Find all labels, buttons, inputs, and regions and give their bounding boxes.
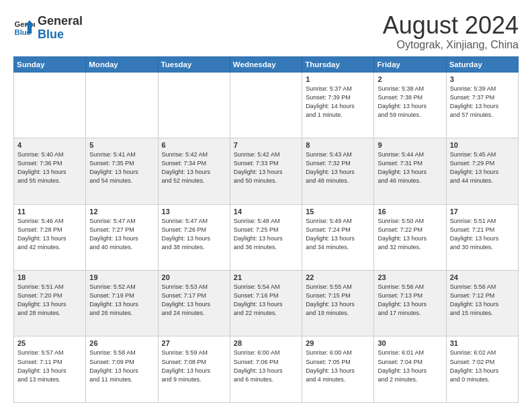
day-number: 13 [162, 208, 226, 216]
day-info: Sunrise: 6:00 AM Sunset: 7:05 PM Dayligh… [306, 349, 370, 383]
calendar-week-2: 4Sunrise: 5:40 AM Sunset: 7:36 PM Daylig… [14, 138, 519, 204]
page-header: General Blue General Blue August 2024 Oy… [13, 12, 519, 51]
day-number: 25 [17, 339, 82, 347]
table-row: 15Sunrise: 5:49 AM Sunset: 7:24 PM Dayli… [302, 204, 374, 270]
day-number: 5 [89, 141, 154, 149]
day-info: Sunrise: 5:56 AM Sunset: 7:12 PM Dayligh… [450, 283, 515, 318]
table-row: 8Sunrise: 5:43 AM Sunset: 7:32 PM Daylig… [302, 138, 374, 204]
day-number: 27 [162, 339, 226, 347]
table-row: 13Sunrise: 5:47 AM Sunset: 7:26 PM Dayli… [158, 204, 230, 270]
day-number: 4 [17, 141, 82, 149]
day-number: 8 [306, 141, 370, 149]
logo-text: General Blue [38, 15, 83, 42]
day-number: 2 [378, 75, 442, 83]
day-info: Sunrise: 5:59 AM Sunset: 7:08 PM Dayligh… [162, 349, 226, 383]
table-row [14, 72, 86, 138]
day-number: 23 [378, 273, 442, 281]
day-info: Sunrise: 5:44 AM Sunset: 7:31 PM Dayligh… [378, 150, 442, 185]
day-number: 11 [17, 208, 82, 216]
month-year: August 2024 [383, 12, 519, 39]
day-number: 29 [306, 339, 370, 347]
calendar-week-4: 18Sunrise: 5:51 AM Sunset: 7:20 PM Dayli… [14, 271, 519, 336]
table-row: 12Sunrise: 5:47 AM Sunset: 7:27 PM Dayli… [86, 204, 158, 270]
table-row [230, 72, 302, 138]
table-row: 21Sunrise: 5:54 AM Sunset: 7:16 PM Dayli… [230, 271, 302, 336]
table-row: 28Sunrise: 6:00 AM Sunset: 7:06 PM Dayli… [230, 336, 302, 403]
table-row: 5Sunrise: 5:41 AM Sunset: 7:35 PM Daylig… [86, 138, 158, 204]
day-info: Sunrise: 5:39 AM Sunset: 7:37 PM Dayligh… [450, 85, 515, 120]
table-row: 24Sunrise: 5:56 AM Sunset: 7:12 PM Dayli… [446, 271, 518, 336]
day-info: Sunrise: 5:52 AM Sunset: 7:19 PM Dayligh… [89, 283, 154, 318]
col-wednesday: Wednesday [230, 56, 302, 72]
col-saturday: Saturday [446, 56, 518, 72]
table-row: 4Sunrise: 5:40 AM Sunset: 7:36 PM Daylig… [14, 138, 86, 204]
calendar-week-3: 11Sunrise: 5:46 AM Sunset: 7:28 PM Dayli… [14, 204, 519, 270]
day-number: 15 [306, 208, 370, 216]
day-number: 20 [162, 273, 226, 281]
day-info: Sunrise: 5:38 AM Sunset: 7:38 PM Dayligh… [378, 85, 442, 120]
day-info: Sunrise: 5:54 AM Sunset: 7:16 PM Dayligh… [234, 283, 298, 318]
day-info: Sunrise: 5:42 AM Sunset: 7:34 PM Dayligh… [162, 150, 226, 185]
col-tuesday: Tuesday [158, 56, 230, 72]
calendar-week-1: 1Sunrise: 5:37 AM Sunset: 7:39 PM Daylig… [14, 72, 519, 138]
table-row: 9Sunrise: 5:44 AM Sunset: 7:31 PM Daylig… [374, 138, 446, 204]
table-row: 27Sunrise: 5:59 AM Sunset: 7:08 PM Dayli… [158, 336, 230, 403]
table-row: 22Sunrise: 5:55 AM Sunset: 7:15 PM Dayli… [302, 271, 374, 336]
logo-blue: Blue [38, 28, 64, 41]
table-row: 16Sunrise: 5:50 AM Sunset: 7:22 PM Dayli… [374, 204, 446, 270]
day-info: Sunrise: 5:50 AM Sunset: 7:22 PM Dayligh… [378, 217, 442, 252]
day-number: 1 [306, 75, 370, 83]
table-row: 29Sunrise: 6:00 AM Sunset: 7:05 PM Dayli… [302, 336, 374, 403]
day-number: 18 [17, 273, 82, 281]
location: Oytograk, Xinjiang, China [383, 39, 519, 51]
calendar-week-5: 25Sunrise: 5:57 AM Sunset: 7:11 PM Dayli… [14, 336, 519, 403]
day-info: Sunrise: 5:40 AM Sunset: 7:36 PM Dayligh… [17, 150, 82, 185]
day-number: 24 [450, 273, 515, 281]
day-number: 10 [450, 141, 515, 149]
table-row: 18Sunrise: 5:51 AM Sunset: 7:20 PM Dayli… [14, 271, 86, 336]
calendar-table: Sunday Monday Tuesday Wednesday Thursday… [13, 56, 519, 403]
table-row: 17Sunrise: 5:51 AM Sunset: 7:21 PM Dayli… [446, 204, 518, 270]
table-row [86, 72, 158, 138]
table-row [158, 72, 230, 138]
day-number: 7 [234, 141, 298, 149]
table-row: 1Sunrise: 5:37 AM Sunset: 7:39 PM Daylig… [302, 72, 374, 138]
day-info: Sunrise: 5:48 AM Sunset: 7:25 PM Dayligh… [234, 217, 298, 252]
table-row: 2Sunrise: 5:38 AM Sunset: 7:38 PM Daylig… [374, 72, 446, 138]
day-number: 17 [450, 208, 515, 216]
day-number: 19 [89, 273, 154, 281]
day-number: 16 [378, 208, 442, 216]
day-info: Sunrise: 6:02 AM Sunset: 7:02 PM Dayligh… [450, 349, 515, 383]
table-row: 10Sunrise: 5:45 AM Sunset: 7:29 PM Dayli… [446, 138, 518, 204]
day-number: 14 [234, 208, 298, 216]
table-row: 14Sunrise: 5:48 AM Sunset: 7:25 PM Dayli… [230, 204, 302, 270]
day-number: 28 [234, 339, 298, 347]
logo: General Blue General Blue [13, 15, 83, 42]
day-info: Sunrise: 5:47 AM Sunset: 7:26 PM Dayligh… [162, 217, 226, 252]
table-row: 6Sunrise: 5:42 AM Sunset: 7:34 PM Daylig… [158, 138, 230, 204]
logo-icon: General Blue [13, 17, 35, 39]
table-row: 31Sunrise: 6:02 AM Sunset: 7:02 PM Dayli… [446, 336, 518, 403]
day-info: Sunrise: 5:56 AM Sunset: 7:13 PM Dayligh… [378, 283, 442, 318]
table-row: 26Sunrise: 5:58 AM Sunset: 7:09 PM Dayli… [86, 336, 158, 403]
day-number: 30 [378, 339, 442, 347]
day-number: 21 [234, 273, 298, 281]
col-sunday: Sunday [14, 56, 86, 72]
day-info: Sunrise: 5:37 AM Sunset: 7:39 PM Dayligh… [306, 85, 370, 120]
table-row: 30Sunrise: 6:01 AM Sunset: 7:04 PM Dayli… [374, 336, 446, 403]
day-info: Sunrise: 5:51 AM Sunset: 7:20 PM Dayligh… [17, 283, 82, 318]
col-friday: Friday [374, 56, 446, 72]
day-number: 31 [450, 339, 515, 347]
day-info: Sunrise: 5:55 AM Sunset: 7:15 PM Dayligh… [306, 283, 370, 318]
table-row: 20Sunrise: 5:53 AM Sunset: 7:17 PM Dayli… [158, 271, 230, 336]
table-row: 11Sunrise: 5:46 AM Sunset: 7:28 PM Dayli… [14, 204, 86, 270]
day-info: Sunrise: 5:41 AM Sunset: 7:35 PM Dayligh… [89, 150, 154, 185]
table-row: 19Sunrise: 5:52 AM Sunset: 7:19 PM Dayli… [86, 271, 158, 336]
day-info: Sunrise: 5:46 AM Sunset: 7:28 PM Dayligh… [17, 217, 82, 252]
day-info: Sunrise: 6:01 AM Sunset: 7:04 PM Dayligh… [378, 349, 442, 383]
title-block: August 2024 Oytograk, Xinjiang, China [383, 12, 519, 51]
day-number: 9 [378, 141, 442, 149]
table-row: 23Sunrise: 5:56 AM Sunset: 7:13 PM Dayli… [374, 271, 446, 336]
table-row: 25Sunrise: 5:57 AM Sunset: 7:11 PM Dayli… [14, 336, 86, 403]
day-number: 6 [162, 141, 226, 149]
